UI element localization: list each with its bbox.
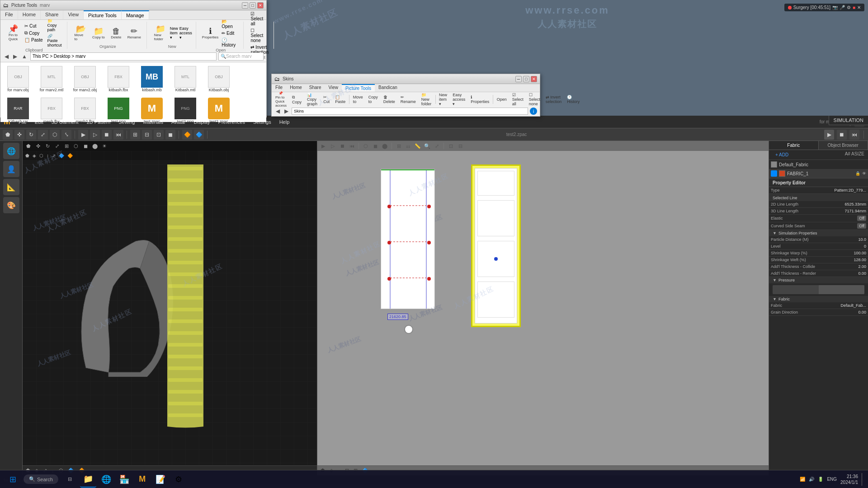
v2-solid-btn[interactable]: ◼ xyxy=(371,142,379,150)
left-panel-btn-3[interactable]: 📐 xyxy=(3,179,19,195)
v2-fit-btn[interactable]: ⤢ xyxy=(433,142,441,150)
tab-objectbrowser[interactable]: Object Browser xyxy=(819,141,868,150)
taskbar-app-marvelous[interactable]: M xyxy=(134,471,151,488)
property-scroll-area[interactable]: Type Pattern:2D_779... Selected Line 2D … xyxy=(769,187,868,475)
taskbar-app-fileexplorer[interactable]: 📁 xyxy=(80,471,96,488)
newitem-btn-2[interactable]: New item ▾ xyxy=(437,92,449,107)
v2-play-btn[interactable]: ▶ xyxy=(319,142,327,150)
v2-grid-btn[interactable]: ⚏ xyxy=(404,142,412,150)
list-item[interactable]: MB kitbash.mb xyxy=(136,64,168,94)
list-item[interactable]: PNG test.png xyxy=(103,96,134,122)
vp-tex-btn[interactable]: ⬤ xyxy=(91,142,99,150)
back-btn-2[interactable]: ◀ xyxy=(274,108,281,114)
v2-stop-btn[interactable]: ⏹ xyxy=(338,142,346,150)
sim-stop-btn[interactable]: ⏹ xyxy=(837,130,847,140)
control-point[interactable] xyxy=(427,277,431,281)
list-item[interactable]: M test2.zpac xyxy=(203,96,235,122)
v2-extra2-btn[interactable]: ⊟ xyxy=(456,142,464,150)
tab-view-1[interactable]: View xyxy=(63,10,84,19)
forward-btn-2[interactable]: ▶ xyxy=(283,108,290,114)
blue-btn[interactable]: i xyxy=(530,108,537,115)
tool-sewing[interactable]: 🔷 xyxy=(194,130,204,140)
taskbar-app-store[interactable]: 🏪 xyxy=(116,471,132,488)
delete-btn-2[interactable]: 🗑 Delete xyxy=(382,94,397,105)
tool-move[interactable]: ✜ xyxy=(14,130,24,140)
list-item[interactable]: OBJ Kitbash.obj xyxy=(203,64,235,94)
tool-rotate[interactable]: ↻ xyxy=(26,130,36,140)
rename-btn-2[interactable]: ✏ Rename xyxy=(399,94,418,105)
v2-wire-btn[interactable]: ⬡ xyxy=(362,142,370,150)
v2-texture-btn[interactable]: ⬤ xyxy=(381,142,389,150)
mic-icon[interactable]: 🎤 xyxy=(840,5,845,10)
back-btn[interactable]: ◀ xyxy=(3,53,10,60)
vp-light-btn[interactable]: ☀ xyxy=(100,142,108,150)
easyaccess-btn[interactable]: Easy access ▾ xyxy=(179,26,192,40)
camera-icon[interactable]: 📷 xyxy=(832,5,838,10)
selectnone-btn-2[interactable]: ☐ Select none xyxy=(527,92,542,107)
properties-btn[interactable]: ℹProperties xyxy=(202,26,219,40)
pattern-piece-left[interactable] xyxy=(381,169,435,309)
properties-btn-2[interactable]: ℹ Properties xyxy=(469,94,491,105)
edit-btn[interactable]: ✏ Edit xyxy=(220,30,240,36)
open-btn-2[interactable]: Open xyxy=(495,96,509,103)
list-item[interactable]: M test.zpac xyxy=(136,96,168,122)
list-item[interactable]: PNG test2.png xyxy=(170,96,201,122)
newitem-btn[interactable]: New item ▾ xyxy=(170,26,178,40)
v2-ruler-btn[interactable]: 📏 xyxy=(414,142,422,150)
copygraph-btn-2[interactable]: 📊 Copy graph xyxy=(305,92,320,107)
copyto-btn[interactable]: 📁Copy to xyxy=(90,26,107,40)
tool-3d-move[interactable]: ⤥ xyxy=(61,130,71,140)
add-fabric-btn[interactable]: + ADD xyxy=(773,151,791,158)
history-btn-2[interactable]: 🕐 History xyxy=(565,94,581,105)
rotation-handle[interactable] xyxy=(404,325,413,334)
paste-btn[interactable]: 📋Paste xyxy=(23,37,44,43)
list-item[interactable]: OBJ for marv2.obj xyxy=(69,64,101,94)
settings-icon[interactable]: ⚙ xyxy=(847,5,851,10)
minimize-button-2[interactable]: ─ xyxy=(515,76,522,82)
rename-btn[interactable]: ✏Rename xyxy=(126,26,143,40)
tool-display4[interactable]: ◼ xyxy=(165,130,175,140)
vp-move-btn[interactable]: ✜ xyxy=(34,142,42,150)
cut-btn-2[interactable]: ✂ Cut xyxy=(321,94,331,105)
list-item[interactable]: RAR Kitbash.rar xyxy=(2,96,34,122)
left-panel-btn-1[interactable]: 🌐 xyxy=(3,143,19,159)
taskbar-app-settings[interactable]: ⚙ xyxy=(170,471,187,488)
tool-fabric[interactable]: 🔶 xyxy=(182,130,192,140)
pressure-header[interactable]: ▼ Pressure xyxy=(769,277,868,283)
fabric-section-header[interactable]: ▼ Fabric xyxy=(769,296,868,302)
control-point[interactable] xyxy=(427,205,431,208)
pressure-slider[interactable] xyxy=(773,285,864,294)
tool-sim4[interactable]: ⏮ xyxy=(113,130,123,140)
control-point[interactable] xyxy=(387,241,391,244)
vp-pan-btn[interactable]: ⊞ xyxy=(62,142,71,150)
taskbar-app-notepad[interactable]: 📝 xyxy=(152,471,169,488)
maximize-button-1[interactable]: □ xyxy=(250,2,256,9)
control-point[interactable] xyxy=(387,205,391,208)
vp-orbit-btn[interactable]: ↻ xyxy=(43,142,52,150)
copy-btn[interactable]: ⧉Copy xyxy=(23,30,44,36)
tab-fabric[interactable]: Fabric xyxy=(769,141,819,150)
selectall-btn-2[interactable]: ☑ Select all xyxy=(510,92,525,107)
up-btn[interactable]: ▲ xyxy=(20,53,28,60)
tool-sim2[interactable]: ▷ xyxy=(90,130,100,140)
show-desktop-btn[interactable] xyxy=(862,473,864,486)
taskbar-app-edge[interactable]: 🌐 xyxy=(98,471,114,488)
fabric-item-1[interactable]: FABRIC_1 🔒 👁 xyxy=(769,169,868,178)
tool-display1[interactable]: ⊞ xyxy=(130,130,140,140)
vp-select-btn[interactable]: ⬟ xyxy=(24,142,33,150)
maximize-button-2[interactable]: □ xyxy=(523,76,529,82)
tool-display3[interactable]: ⊡ xyxy=(154,130,164,140)
minimize-button-1[interactable]: ─ xyxy=(242,2,248,9)
control-point[interactable] xyxy=(427,241,431,244)
copy-btn-2[interactable]: ⧉ Copy xyxy=(290,94,303,105)
taskbar-search[interactable]: 🔍 Search xyxy=(24,474,58,484)
list-item[interactable]: FBX mesh.fbx xyxy=(36,96,67,122)
moveto-btn[interactable]: 📂Move to xyxy=(73,24,89,42)
tool-3d-select[interactable]: ⬡ xyxy=(50,130,60,140)
list-item[interactable]: OBJ for marv.obj xyxy=(2,64,34,94)
sim-props-header[interactable]: ▼ Simulation Properties xyxy=(769,230,868,236)
list-item[interactable]: MTL Kitbash.mtl xyxy=(170,64,201,94)
tool-scale[interactable]: ⤢ xyxy=(38,130,48,140)
pin-quick-btn-2[interactable]: 📌Pin to Quickaccess xyxy=(274,90,288,108)
pasteshortcut-btn[interactable]: 🔗 Paste shortcut xyxy=(46,33,63,48)
